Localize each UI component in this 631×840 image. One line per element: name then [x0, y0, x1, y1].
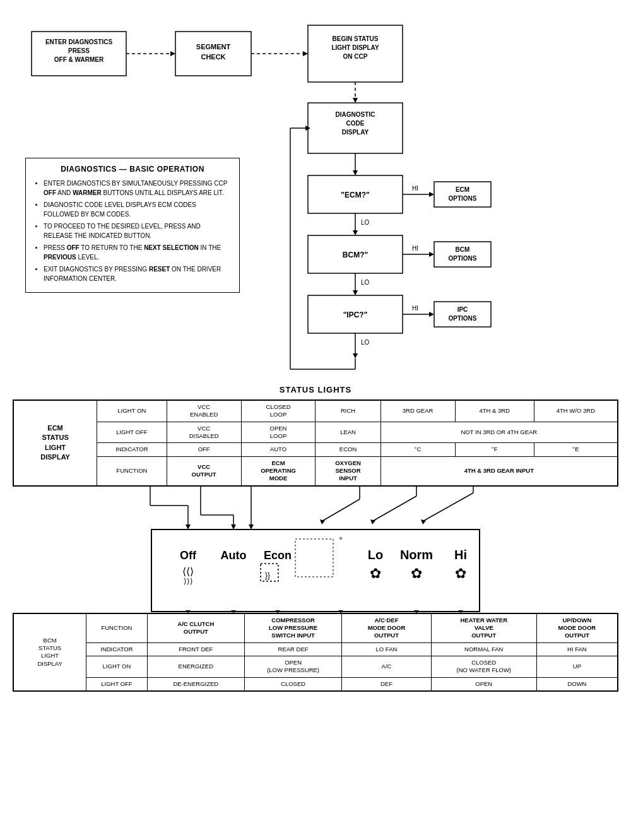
bcm-indicator-normalfan: NORMAL FAN [431, 642, 536, 656]
bcm-lighton-energized: ENERGIZED [147, 656, 244, 678]
svg-text:IPC: IPC [457, 306, 468, 313]
status-lights-section: STATUS LIGHTS ECMSTATUSLIGHTDISPLAY LIGH… [13, 385, 618, 692]
svg-line-72 [322, 499, 360, 521]
ecm-header-row: ECMSTATUSLIGHTDISPLAY LIGHT ON VCCENABLE… [13, 400, 618, 422]
svg-text:DIAGNOSTIC: DIAGNOSTIC [336, 111, 375, 118]
bcm-row-indicator: INDICATOR FRONT DEF REAR DEF LO FAN NORM… [13, 642, 618, 656]
svg-marker-32 [353, 230, 358, 235]
ecm-lightoff-open: OPENLOOP [241, 422, 316, 443]
bcm-lighton-ac: A/C [342, 656, 431, 678]
ecm-status-table: ECMSTATUSLIGHTDISPLAY LIGHT ON VCCENABLE… [13, 399, 618, 487]
bcm-lightoff-open: OPEN [431, 677, 536, 691]
bcm-label: BCMSTATUSLIGHTDISPLAY [13, 613, 86, 691]
svg-text:CODE: CODE [346, 120, 365, 127]
svg-text:LIGHT DISPLAY: LIGHT DISPLAY [331, 44, 379, 51]
svg-text:SEGMENT: SEGMENT [196, 43, 231, 50]
flowchart-area: ENTER DIAGNOSTICS PRESS OFF & WARMER SEG… [13, 13, 618, 379]
ecm-h-vcc: VCCENABLED [167, 400, 241, 422]
bcm-lightoff-def: DEF [342, 677, 431, 691]
svg-text:ECM: ECM [456, 186, 469, 193]
ecm-h-3rd: 3RD GEAR [380, 400, 455, 422]
svg-text:DISPLAY: DISPLAY [342, 129, 369, 136]
svg-marker-10 [303, 51, 308, 56]
svg-text:✿: ✿ [370, 565, 381, 581]
svg-marker-54 [353, 353, 358, 358]
svg-line-75 [372, 496, 416, 521]
ecm-lightoff-vcc: VCCDISABLED [167, 422, 241, 443]
svg-marker-64 [186, 524, 191, 529]
svg-marker-22 [353, 170, 358, 175]
ecm-h-4th3rd: 4TH & 3RD [455, 400, 534, 422]
ecm-indicator-econ: ECON [316, 443, 380, 456]
svg-text:BCM: BCM [456, 246, 470, 253]
svg-text:OPTIONS: OPTIONS [448, 195, 476, 202]
ecm-lightoff-lean: LEAN [316, 422, 380, 443]
svg-marker-16 [353, 98, 358, 103]
bcm-lightoff-deenergized: DE-ENERGIZED [147, 677, 244, 691]
bcm-function-updown: UP/DOWNMODE DOOROUTPUT [536, 613, 618, 643]
ecm-h-lighton: LIGHT ON [97, 400, 167, 422]
ecm-label: ECMSTATUSLIGHTDISPLAY [13, 400, 97, 486]
svg-marker-68 [231, 524, 236, 529]
svg-text:✿: ✿ [411, 565, 422, 581]
ecm-indicator-off: OFF [167, 443, 241, 456]
svg-text:Hi: Hi [454, 548, 467, 562]
svg-text:✿: ✿ [455, 565, 466, 581]
svg-text:Lo: Lo [368, 548, 383, 562]
svg-text:"ECM?": "ECM?" [341, 191, 369, 199]
svg-marker-48 [429, 312, 434, 317]
bcm-lightoff-closed: CLOSED [244, 677, 341, 691]
bcm-indicator-label: INDICATOR [86, 642, 147, 656]
ecm-function-oxygen: OXYGENSENSORINPUT [316, 456, 380, 486]
bullet-4: PRESS OFF TO RETURN TO THE NEXT SELECTIO… [44, 243, 230, 262]
svg-rect-17 [308, 103, 403, 153]
bcm-indicator-frontdef: FRONT DEF [147, 642, 244, 656]
svg-text:LO: LO [361, 279, 370, 286]
ecm-function-label: FUNCTION [97, 456, 167, 486]
svg-text:OPTIONS: OPTIONS [448, 255, 476, 262]
ecm-h-4thwo3rd: 4TH W/O 3RD [534, 400, 618, 422]
svg-text:HI: HI [412, 245, 418, 252]
svg-text:BCM?": BCM?" [343, 251, 368, 259]
svg-text:"IPC?": "IPC?" [343, 311, 368, 319]
bcm-function-ac: A/C CLUTCHOUTPUT [147, 613, 244, 643]
svg-marker-5 [170, 51, 175, 56]
svg-text:⟨⟨⟩: ⟨⟨⟩ [182, 566, 194, 577]
ecm-row-lightoff: LIGHT OFF VCCDISABLED OPENLOOP LEAN NOT … [13, 422, 618, 443]
bcm-lightoff-label: LIGHT OFF [86, 677, 147, 691]
svg-text:ON CCP: ON CCP [343, 53, 368, 60]
bcm-indicator-hifan: HI FAN [536, 642, 618, 656]
bullet-3: TO PROCEED TO THE DESIRED LEVEL, PRESS A… [44, 222, 230, 240]
bullet-5: EXIT DIAGNOSTICS BY PRESSING RESET ON TH… [44, 264, 230, 283]
svg-text:LO: LO [361, 219, 370, 226]
bcm-row-lightoff: LIGHT OFF DE-ENERGIZED CLOSED DEF OPEN D… [13, 677, 618, 691]
svg-rect-88 [295, 539, 333, 577]
ecm-function-mode: ECMOPERATINGMODE [241, 456, 316, 486]
svg-text:ENTER DIAGNOSTICS: ENTER DIAGNOSTICS [45, 38, 112, 45]
bullet-1: ENTER DIAGNOSTICS BY SIMULTANEOUSLY PRES… [44, 179, 230, 198]
ecm-indicator-f: °F [455, 443, 534, 456]
status-lights-title: STATUS LIGHTS [13, 385, 618, 394]
bcm-row-function: BCMSTATUSLIGHTDISPLAY FUNCTION A/C CLUTC… [13, 613, 618, 643]
svg-rect-50 [434, 302, 491, 327]
ecm-h-closed: CLOSEDLOOP [241, 400, 316, 422]
ecm-h-rich: RICH [316, 400, 380, 422]
ccp-display-section: Off ⟨⟨⟩ ⟩⟩⟩ Auto Econ }} ° Lo ✿ Norm ✿ H… [13, 487, 618, 613]
bcm-lighton-open: OPEN(LOW PRESSURE) [244, 656, 341, 678]
bcm-function-acdef: A/C·DEFMODE DOOROUTPUT [342, 613, 431, 643]
diagnostics-info-title: DIAGNOSTICS — BASIC OPERATION [35, 165, 230, 174]
svg-rect-39 [434, 242, 491, 267]
bcm-row-lighton: LIGHT ON ENERGIZED OPEN(LOW PRESSURE) A/… [13, 656, 618, 678]
svg-marker-43 [353, 290, 358, 295]
ecm-function-vcc: VCCOUTPUT [167, 456, 241, 486]
ecm-row-indicator: INDICATOR OFF AUTO ECON °C °F °E [13, 443, 618, 456]
svg-text:BEGIN STATUS: BEGIN STATUS [333, 35, 379, 42]
svg-text:°: ° [339, 535, 343, 545]
ecm-indicator-e: °E [534, 443, 618, 456]
bcm-status-table: BCMSTATUSLIGHTDISPLAY FUNCTION A/C CLUTC… [13, 613, 618, 692]
svg-text:LO: LO [361, 339, 370, 346]
svg-line-78 [423, 493, 473, 521]
bcm-lighton-label: LIGHT ON [86, 656, 147, 678]
svg-text:HI: HI [412, 305, 418, 312]
svg-rect-28 [434, 182, 491, 207]
